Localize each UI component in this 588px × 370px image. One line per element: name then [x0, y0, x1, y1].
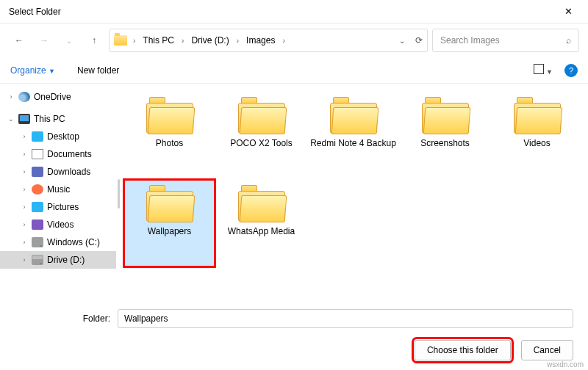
videos-icon [32, 220, 43, 230]
up-button[interactable]: ↑ [84, 30, 104, 51]
folder-icon [114, 35, 127, 46]
back-button[interactable]: ← [9, 30, 29, 51]
tree-thispc[interactable]: ⌄This PC [0, 110, 116, 128]
folder-label: Folder: [74, 313, 110, 324]
crumb-drive[interactable]: Drive (D:) [190, 35, 230, 46]
tree-cdrive[interactable]: ›Windows (C:) [0, 233, 116, 251]
tree-ddrive[interactable]: ›Drive (D:) [0, 251, 116, 269]
crumb-images[interactable]: Images [245, 35, 276, 46]
folder-videos[interactable]: Videos [491, 91, 583, 179]
folder-screenshots[interactable]: Screenshots [399, 91, 491, 179]
pictures-icon [32, 202, 43, 212]
chevron-right-icon: › [235, 37, 240, 45]
address-bar[interactable]: › This PC › Drive (D:) › Images › ⌄ ⟳ [109, 29, 428, 52]
tree-documents[interactable]: ›Documents [0, 145, 116, 163]
desktop-icon [32, 131, 43, 142]
cloud-icon [18, 92, 30, 102]
tree-pictures[interactable]: ›Pictures [0, 198, 116, 216]
recent-dropdown[interactable]: ⌄ [59, 30, 79, 51]
drive-icon [32, 255, 43, 265]
folder-wallpapers[interactable]: Wallpapers [123, 179, 215, 267]
cancel-button[interactable]: Cancel [521, 340, 573, 360]
new-folder-button[interactable]: New folder [77, 65, 119, 76]
command-bar: Organize ▼ New folder ▼ ? [0, 57, 588, 84]
chevron-right-icon: › [180, 37, 185, 45]
nav-bar: ← → ⌄ ↑ › This PC › Drive (D:) › Images … [0, 23, 588, 57]
pc-icon [18, 114, 30, 124]
help-button[interactable]: ? [564, 64, 578, 77]
view-options[interactable]: ▼ [534, 64, 553, 76]
navigation-tree: ›OneDrive ⌄This PC ›Desktop ›Documents ›… [0, 84, 116, 304]
tree-onedrive[interactable]: ›OneDrive [0, 88, 116, 106]
title-bar: Select Folder ✕ [0, 0, 588, 23]
choose-folder-button[interactable]: Choose this folder [415, 340, 511, 360]
tree-downloads[interactable]: ›Downloads [0, 163, 116, 181]
organize-menu[interactable]: Organize ▼ [10, 65, 55, 76]
folder-photos[interactable]: Photos [123, 91, 215, 179]
tree-desktop[interactable]: ›Desktop [0, 128, 116, 145]
folder-redmi[interactable]: Redmi Note 4 Backup [307, 91, 399, 179]
history-dropdown-icon[interactable]: ⌄ [399, 37, 405, 45]
music-icon [32, 184, 43, 195]
dialog-buttons: Choose this folder Cancel [0, 333, 588, 367]
refresh-icon[interactable]: ⟳ [415, 35, 423, 46]
downloads-icon [32, 167, 43, 177]
drive-icon [32, 237, 43, 247]
folder-input[interactable] [118, 309, 573, 328]
tree-videos[interactable]: ›Videos [0, 216, 116, 233]
watermark: wsxdn.com [547, 360, 584, 369]
crumb-thispc[interactable]: This PC [141, 35, 176, 46]
chevron-right-icon: › [281, 37, 286, 45]
folder-view[interactable]: Photos POCO X2 Tools Redmi Note 4 Backup… [121, 84, 588, 304]
window-title: Select Folder [9, 7, 551, 17]
close-button[interactable]: ✕ [551, 1, 585, 23]
folder-poco[interactable]: POCO X2 Tools [215, 91, 307, 179]
search-icon: ⌕ [566, 35, 571, 46]
folder-whatsapp[interactable]: WhatsApp Media [215, 179, 307, 267]
search-box[interactable]: Search Images ⌕ [432, 29, 579, 52]
search-placeholder: Search Images [440, 35, 500, 46]
documents-icon [32, 149, 43, 159]
folder-name-row: Folder: [0, 304, 588, 333]
chevron-right-icon: › [132, 37, 137, 45]
forward-button[interactable]: → [34, 30, 54, 51]
tree-music[interactable]: ›Music [0, 181, 116, 198]
